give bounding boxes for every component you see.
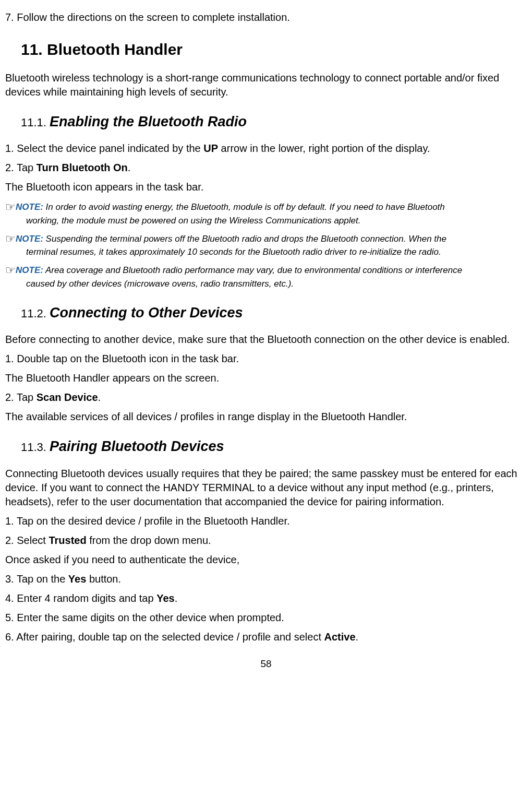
trusted-bold: Trusted — [49, 535, 86, 546]
text: 2. Tap — [5, 162, 37, 173]
heading-11-2: 11.2. Connecting to Other Devices — [21, 303, 527, 322]
heading-11-1-num: 11.1. — [21, 116, 50, 129]
text: 2. Tap — [5, 391, 37, 403]
text: . — [98, 391, 101, 403]
s11-2-result2: The available services of all devices / … — [5, 410, 527, 424]
text: 1. Select the device panel indicated by … — [5, 143, 203, 154]
scan-device-bold: Scan Device — [37, 391, 98, 403]
up-bold: UP — [203, 143, 218, 154]
s11-3-step5: 5. Enter the same digits on the other de… — [5, 611, 527, 625]
s11-3-step6: 6. After pairing, double tap on the sele… — [5, 630, 527, 644]
note-3: ☞NOTE: Area coverage and Bluetooth radio… — [5, 263, 527, 290]
heading-11-1-title: Enabling the Bluetooth Radio — [50, 114, 247, 129]
yes-bold-2: Yes — [156, 592, 174, 604]
s11-2-step2: 2. Tap Scan Device. — [5, 390, 527, 405]
turn-bluetooth-on-bold: Turn Bluetooth On — [37, 162, 128, 173]
text: button. — [86, 573, 121, 585]
s11-3-step2: 2. Select Trusted from the drop down men… — [5, 533, 527, 548]
s11-1-step1: 1. Select the device panel indicated by … — [5, 141, 527, 156]
s11-3-step3: 3. Tap on the Yes button. — [5, 572, 527, 586]
note-text-cont: terminal resumes, it takes approximately… — [26, 246, 527, 258]
pointer-icon: ☞ — [5, 199, 16, 215]
yes-bold: Yes — [68, 573, 86, 585]
note-text: Area coverage and Bluetooth radio perfor… — [43, 265, 462, 275]
s11-2-step1: 1. Double tap on the Bluetooth icon in t… — [5, 352, 527, 366]
s11-3-step4: 4. Enter 4 random digits and tap Yes. — [5, 591, 527, 606]
heading-11-1: 11.1. Enabling the Bluetooth Radio — [21, 112, 527, 131]
heading-11-2-num: 11.2. — [21, 307, 50, 320]
note-2: ☞NOTE: Suspending the terminal powers of… — [5, 231, 527, 259]
pointer-icon: ☞ — [5, 263, 16, 278]
text: 6. After pairing, double tap on the sele… — [5, 631, 324, 643]
note-text-cont: caused by other devices (microwave ovens… — [26, 278, 527, 290]
text: . — [128, 162, 131, 173]
text: 4. Enter 4 random digits and tap — [5, 592, 156, 604]
note-label: NOTE: — [16, 265, 43, 275]
step-7: 7. Follow the directions on the screen t… — [5, 10, 527, 25]
s11-1-result: The Bluetooth icon appears in the task b… — [5, 180, 527, 194]
s11-2-result1: The Bluetooth Handler appears on the scr… — [5, 371, 527, 385]
text: from the drop down menu. — [87, 535, 211, 546]
page-number: 58 — [5, 657, 527, 671]
intro-paragraph: Bluetooth wireless technology is a short… — [5, 71, 527, 99]
s11-3-intro: Connecting Bluetooth devices usually req… — [5, 467, 527, 509]
s11-3-note: Once asked if you need to authenticate t… — [5, 553, 527, 567]
note-label: NOTE: — [16, 234, 43, 244]
note-label: NOTE: — [16, 202, 43, 212]
s11-3-step1: 1. Tap on the desired device / profile i… — [5, 514, 527, 528]
active-bold: Active — [324, 631, 356, 643]
note-1: ☞NOTE: In order to avoid wasting energy,… — [5, 199, 527, 227]
pointer-icon: ☞ — [5, 231, 16, 247]
note-text: In order to avoid wasting energy, the Bl… — [43, 202, 445, 212]
text: 2. Select — [5, 535, 49, 546]
s11-2-intro: Before connecting to another device, mak… — [5, 333, 527, 347]
heading-11-3: 11.3. Pairing Bluetooth Devices — [21, 437, 527, 456]
text: . — [175, 592, 178, 604]
text: . — [356, 631, 359, 643]
note-text: Suspending the terminal powers off the B… — [43, 234, 446, 244]
heading-11-title: Bluetooth Handler — [43, 41, 183, 58]
note-text-cont: working, the module must be powered on u… — [26, 215, 527, 227]
s11-1-step2: 2. Tap Turn Bluetooth On. — [5, 161, 527, 175]
heading-11: 11. Bluetooth Handler — [21, 39, 527, 61]
text: arrow in the lower, right portion of the… — [218, 143, 430, 154]
heading-11-num: 11. — [21, 41, 43, 58]
heading-11-3-num: 11.3. — [21, 441, 50, 454]
heading-11-2-title: Connecting to Other Devices — [50, 305, 243, 321]
text: 3. Tap on the — [5, 573, 68, 585]
heading-11-3-title: Pairing Bluetooth Devices — [50, 438, 224, 454]
